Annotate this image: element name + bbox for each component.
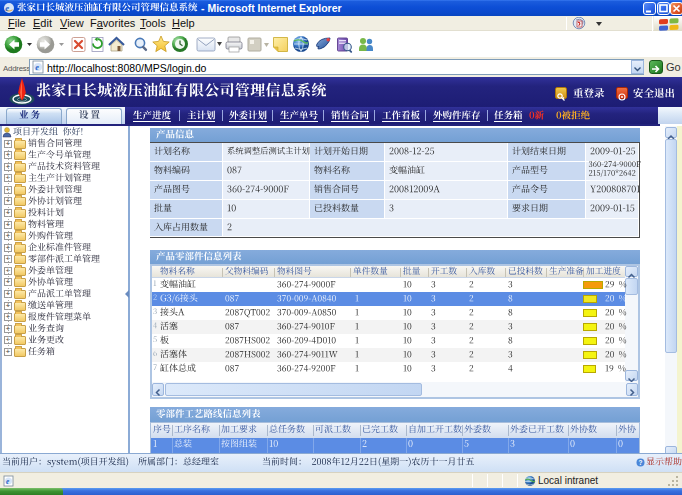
svg-text:e: e: [5, 3, 9, 13]
svg-text:e: e: [35, 62, 39, 72]
svg-text:?: ?: [639, 459, 643, 466]
